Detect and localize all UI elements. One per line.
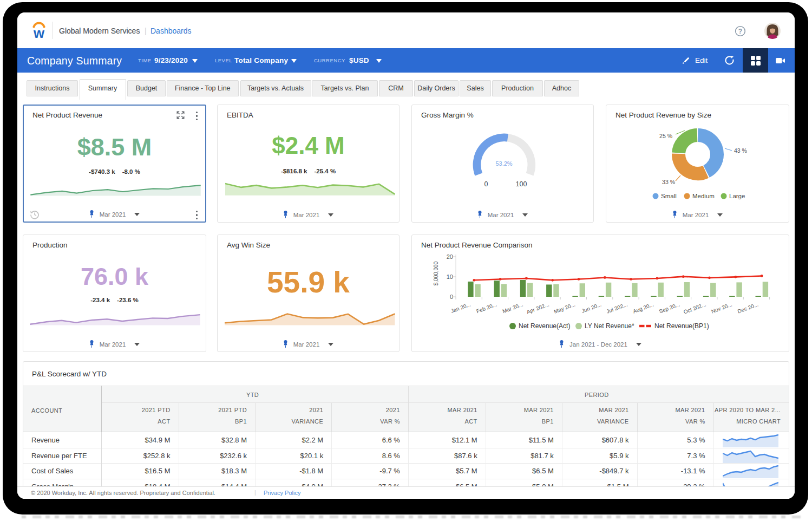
svg-text:53.2%: 53.2% — [495, 160, 512, 167]
svg-text:Apr 202...: Apr 202... — [526, 302, 550, 315]
svg-text:Net Revenue(Act): Net Revenue(Act) — [519, 322, 570, 330]
svg-text:w: w — [33, 25, 45, 41]
svg-text:Jul 202...: Jul 202... — [606, 302, 628, 315]
svg-text:33 %: 33 % — [662, 179, 675, 185]
svg-text:Nov 20...: Nov 20... — [711, 302, 733, 315]
svg-text:Oct 202...: Oct 202... — [683, 302, 707, 315]
svg-text:10: 10 — [447, 273, 453, 280]
svg-text:?: ? — [738, 28, 742, 35]
svg-text:25 %: 25 % — [659, 133, 672, 139]
svg-text:Jun 20...: Jun 20... — [581, 302, 603, 314]
svg-text:Aug 20...: Aug 20... — [632, 302, 654, 315]
svg-text:100: 100 — [516, 180, 527, 188]
svg-text:$,000,000: $,000,000 — [433, 261, 439, 285]
svg-text:Large: Large — [729, 193, 745, 199]
svg-text:LY Net Revenue*: LY Net Revenue* — [585, 322, 634, 330]
svg-text:Medium: Medium — [692, 193, 715, 199]
svg-text:Jan 20...: Jan 20... — [450, 302, 472, 314]
svg-text:43 %: 43 % — [734, 147, 747, 154]
svg-text:May 20...: May 20... — [553, 302, 576, 315]
svg-text:Mar 20...: Mar 20... — [502, 302, 524, 315]
svg-text:Small: Small — [661, 193, 677, 199]
svg-text:Net Revenue(BP1): Net Revenue(BP1) — [654, 322, 709, 330]
svg-text:Sep 20...: Sep 20... — [658, 302, 680, 315]
svg-text:0: 0 — [484, 180, 488, 188]
svg-text:20: 20 — [447, 253, 453, 260]
svg-text:Dec 20...: Dec 20... — [737, 302, 759, 315]
svg-text:Feb 20...: Feb 20... — [475, 302, 497, 315]
